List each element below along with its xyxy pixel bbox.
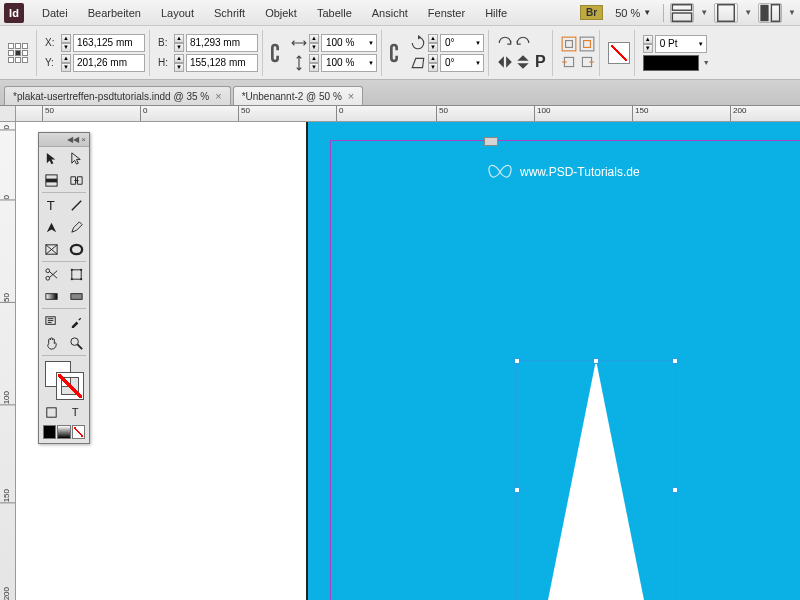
panel-header[interactable]: ◀◀× [39, 133, 89, 147]
close-tab-icon[interactable]: × [348, 90, 354, 102]
apply-color-button[interactable] [43, 425, 56, 439]
x-input[interactable] [73, 34, 145, 52]
svg-text:T: T [72, 406, 79, 418]
reference-point-selector[interactable] [8, 43, 28, 63]
vertical-ruler[interactable]: 0050100150200 [0, 122, 16, 600]
menu-hilfe[interactable]: Hilfe [475, 7, 517, 19]
w-stepper[interactable]: ▲▼ [174, 34, 184, 52]
menu-layout[interactable]: Layout [151, 7, 204, 19]
flip-group: P [493, 30, 553, 76]
line-tool[interactable] [64, 194, 89, 216]
formatting-text-icon[interactable]: T [64, 401, 89, 423]
view-mode-3-button[interactable] [758, 3, 782, 23]
document-tab-1[interactable]: *plakat-usertreffen-psdtutorials.indd @ … [4, 86, 231, 105]
y-input[interactable] [73, 54, 145, 72]
h-input[interactable] [186, 54, 258, 72]
free-transform-tool[interactable] [64, 263, 89, 285]
document-tab-2[interactable]: *Unbenannt-2 @ 50 % × [233, 86, 364, 105]
menu-ansicht[interactable]: Ansicht [362, 7, 418, 19]
shear-select[interactable]: 0° [440, 54, 484, 72]
pencil-tool[interactable] [64, 216, 89, 238]
direct-selection-tool[interactable] [64, 147, 89, 169]
fill-swatch[interactable] [608, 42, 630, 64]
svg-rect-24 [80, 268, 82, 270]
w-input[interactable] [186, 34, 258, 52]
ruler-origin[interactable] [0, 106, 16, 122]
flip-h-icon[interactable] [497, 54, 513, 70]
menu-objekt[interactable]: Objekt [255, 7, 307, 19]
control-bar: X: ▲▼ Y: ▲▼ B: ▲▼ H: ▲▼ ▲▼ 100 % [0, 26, 800, 80]
tools-panel[interactable]: ◀◀× T T [38, 132, 90, 444]
horizontal-ruler[interactable]: 50050050100150200250 [16, 106, 800, 122]
close-tab-icon[interactable]: × [215, 90, 221, 102]
canvas[interactable]: www.PSD-Tutorials.de [16, 122, 800, 600]
rotate-ccw-icon[interactable] [515, 35, 531, 51]
collapse-icon[interactable]: ◀◀ [67, 135, 79, 144]
constrain-scale-icon[interactable] [386, 45, 402, 61]
flip-v-icon[interactable] [515, 54, 531, 70]
shear-icon [410, 55, 426, 71]
selection-box [516, 360, 676, 600]
scaley-select[interactable]: 100 % [321, 54, 377, 72]
menu-datei[interactable]: Datei [32, 7, 78, 19]
page-tool[interactable] [39, 169, 64, 191]
menu-bearbeiten[interactable]: Bearbeiten [78, 7, 151, 19]
apply-none-button[interactable] [72, 425, 85, 439]
gradient-swatch-tool[interactable] [39, 285, 64, 307]
menu-tabelle[interactable]: Tabelle [307, 7, 362, 19]
selection-tool[interactable] [39, 147, 64, 169]
scissors-tool[interactable] [39, 263, 64, 285]
stroke-weight-select[interactable]: 0 Pt [655, 35, 707, 53]
menu-schrift[interactable]: Schrift [204, 7, 255, 19]
select-container-icon[interactable] [561, 36, 577, 52]
shear-stepper[interactable]: ▲▼ [428, 54, 438, 72]
rectangle-frame-tool[interactable] [39, 238, 64, 260]
svg-point-30 [71, 337, 79, 345]
scalex-stepper[interactable]: ▲▼ [309, 34, 319, 52]
rotate-cw-icon[interactable] [497, 35, 513, 51]
svg-rect-3 [760, 4, 768, 21]
zoom-level-select[interactable]: 50 % ▼ [609, 7, 657, 19]
selection-handle[interactable] [672, 487, 678, 493]
hand-tool[interactable] [39, 332, 64, 354]
x-stepper[interactable]: ▲▼ [61, 34, 71, 52]
select-content-icon[interactable] [579, 36, 595, 52]
scaley-stepper[interactable]: ▲▼ [309, 54, 319, 72]
h-stepper[interactable]: ▲▼ [174, 54, 184, 72]
note-tool[interactable] [39, 310, 64, 332]
selection-handle[interactable] [593, 358, 599, 364]
svg-rect-22 [72, 269, 81, 278]
apply-gradient-button[interactable] [57, 425, 70, 439]
eyedropper-tool[interactable] [64, 310, 89, 332]
fill-stroke-group [604, 30, 635, 76]
gradient-feather-tool[interactable] [64, 285, 89, 307]
fill-stroke-control[interactable] [39, 357, 89, 401]
selection-handle[interactable] [514, 487, 520, 493]
bridge-button[interactable]: Br [580, 5, 603, 20]
y-stepper[interactable]: ▲▼ [61, 54, 71, 72]
gap-tool[interactable] [64, 169, 89, 191]
rotate-select[interactable]: 0° [440, 34, 484, 52]
workspace: 50050050100150200250 0050100150200 www.P… [0, 106, 800, 600]
select-prev-icon[interactable] [561, 54, 577, 70]
zoom-tool[interactable] [64, 332, 89, 354]
constrain-proportions-icon[interactable] [267, 45, 283, 61]
view-mode-2-button[interactable] [714, 3, 738, 23]
type-tool[interactable]: T [39, 194, 64, 216]
select-next-icon[interactable] [579, 54, 595, 70]
rectangle-tool[interactable] [64, 238, 89, 260]
app-logo: Id [4, 3, 24, 23]
selection-handle[interactable] [514, 358, 520, 364]
stroke-color-swatch[interactable] [57, 373, 83, 399]
rotate-stepper[interactable]: ▲▼ [428, 34, 438, 52]
menu-fenster[interactable]: Fenster [418, 7, 475, 19]
close-icon[interactable]: × [81, 135, 86, 144]
stroke-style-select[interactable] [643, 55, 699, 71]
pen-tool[interactable] [39, 216, 64, 238]
scalex-select[interactable]: 100 % [321, 34, 377, 52]
view-mode-1-button[interactable] [670, 3, 694, 23]
selection-handle[interactable] [672, 358, 678, 364]
stroke-stepper[interactable]: ▲▼ [643, 35, 653, 53]
ruler-tick: 200 [730, 106, 746, 121]
formatting-container-icon[interactable] [39, 401, 64, 423]
